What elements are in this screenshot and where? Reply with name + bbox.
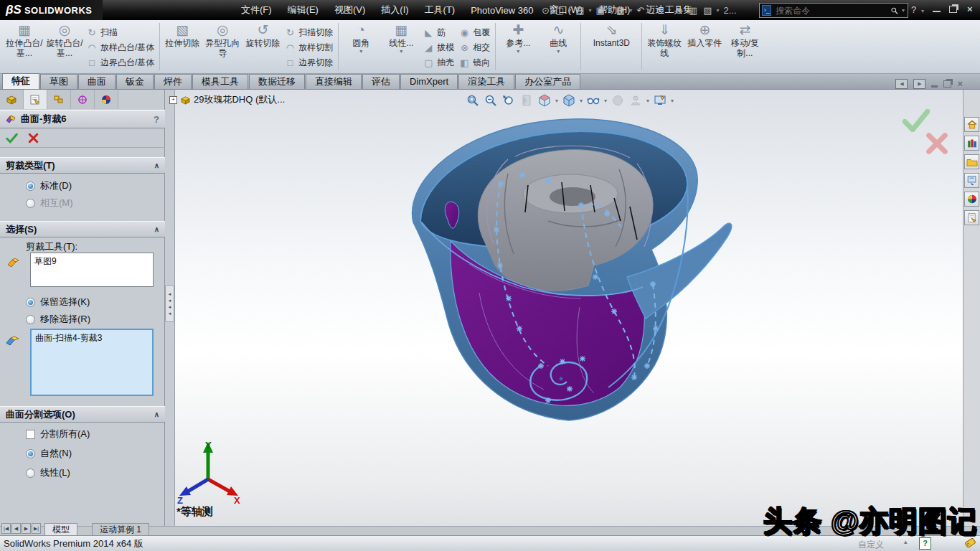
viewport-cancel-button[interactable]: [925, 132, 948, 155]
tab-sheet-metal[interactable]: 钣金: [116, 74, 154, 89]
ribbon-mirror-button[interactable]: ◧ 镜向: [458, 56, 490, 69]
hide-show-caret-icon[interactable]: ▾: [604, 98, 607, 104]
search-icon[interactable]: [891, 6, 898, 15]
ribbon-boundary-cut-button[interactable]: □ 边界切除: [284, 56, 333, 69]
tab-dimxpert-manager[interactable]: [71, 90, 95, 109]
ribbon-sweep-cut-button[interactable]: ↻ 扫描切除: [284, 26, 333, 39]
save-caret-icon[interactable]: ▾: [608, 7, 613, 14]
doc-close-button[interactable]: ×: [957, 78, 963, 89]
option-standard[interactable]: 标准(D): [26, 179, 72, 192]
help-icon[interactable]: ?: [911, 4, 916, 15]
apply-scene-icon[interactable]: [628, 93, 644, 108]
select-caret-icon[interactable]: ▾: [667, 7, 672, 14]
appearances-scenes-button[interactable]: [964, 192, 979, 207]
motion-study-tab[interactable]: 运动算例 1: [92, 523, 149, 536]
new-file-caret-icon[interactable]: ▾: [567, 7, 572, 14]
viewport-confirm-button[interactable]: [903, 109, 930, 132]
option-keep-selection[interactable]: 保留选择(K): [26, 296, 90, 309]
more-commands-badge[interactable]: 2...: [722, 5, 739, 16]
doc-restore-button[interactable]: [943, 80, 951, 88]
flyout-feature-tree[interactable]: + 29玫瑰花DHQ (默认...: [169, 93, 285, 106]
zoom-to-area-icon[interactable]: [483, 93, 499, 108]
zoom-to-fit-icon[interactable]: [465, 93, 481, 108]
tab-render-tools[interactable]: 渲染工具: [458, 74, 514, 89]
options-caret-icon[interactable]: ▾: [716, 7, 720, 14]
new-file-icon[interactable]: ▢: [553, 5, 566, 16]
ribbon-loft-cut-button[interactable]: ◠ 放样切割: [284, 41, 333, 54]
scroll-first-tab-button[interactable]: |◀: [1, 523, 11, 534]
tab-data-migration[interactable]: 数据迁移: [249, 74, 305, 89]
undo-caret-icon[interactable]: ▾: [648, 7, 652, 14]
apply-scene-caret-icon[interactable]: ▾: [646, 98, 649, 104]
ok-button[interactable]: [6, 133, 18, 143]
radio-keep-selection[interactable]: [26, 298, 35, 307]
view-settings-caret-icon[interactable]: ▾: [671, 98, 674, 104]
save-icon[interactable]: ▣: [594, 5, 607, 16]
tab-evaluate[interactable]: 评估: [362, 74, 400, 89]
ribbon-extrude-boss-button[interactable]: ▦ 拉伸凸台/基...: [4, 20, 44, 73]
radio-linear[interactable]: [26, 468, 35, 478]
hide-show-items-icon[interactable]: [585, 93, 601, 108]
window-minimize-button[interactable]: [933, 11, 941, 12]
reference-caret-icon[interactable]: ▾: [517, 48, 519, 55]
linear-pattern-caret-icon[interactable]: ▾: [400, 48, 402, 55]
view-orientation-icon[interactable]: [537, 93, 552, 108]
collapse-left-pane-icon[interactable]: ◀: [895, 79, 908, 89]
tab-direct-editing[interactable]: 直接编辑: [306, 74, 362, 89]
ribbon-wrap-button[interactable]: ◉ 包覆: [458, 26, 490, 39]
option-mutual[interactable]: 相互(M): [26, 197, 73, 209]
display-style-caret-icon[interactable]: ▾: [580, 98, 583, 104]
radio-natural[interactable]: [26, 449, 35, 458]
ribbon-shell-button[interactable]: ▢ 抽壳: [423, 56, 454, 69]
option-remove-selection[interactable]: 移除选择(R): [26, 313, 90, 326]
ribbon-extrude-cut-button[interactable]: ▧ 拉伸切除: [162, 20, 202, 73]
panel-help-icon[interactable]: ?: [154, 114, 159, 125]
chevron-up-icon[interactable]: ∧: [154, 161, 159, 169]
print-caret-icon[interactable]: ▾: [628, 7, 633, 14]
option-natural[interactable]: 自然(N): [26, 447, 72, 460]
command-search-box[interactable]: ›_ ▾: [759, 3, 908, 18]
tab-dimxpert[interactable]: DimXpert: [400, 74, 458, 89]
group-selection-header[interactable]: 选择(S) ∧: [0, 221, 165, 237]
fillet-caret-icon[interactable]: ▾: [359, 48, 362, 55]
ribbon-insert-part-button[interactable]: ⊕ 插入零件: [684, 20, 725, 73]
option-linear[interactable]: 线性(L): [26, 466, 70, 479]
radio-mutual[interactable]: [26, 199, 35, 208]
pin-menu-icon[interactable]: ⊙: [540, 5, 552, 16]
checkbox-split-all[interactable]: [26, 430, 35, 439]
menu-file[interactable]: 文件(F): [233, 4, 280, 17]
attach-icon[interactable]: ⊕: [673, 5, 685, 16]
tab-property-manager[interactable]: [24, 90, 47, 109]
tab-sketch[interactable]: 草图: [40, 74, 77, 89]
tab-features[interactable]: 特征: [2, 73, 39, 89]
tab-feature-tree[interactable]: [0, 90, 24, 109]
group-split-options-header[interactable]: 曲面分割选项(O) ∧: [0, 406, 165, 423]
menu-tools[interactable]: 工具(T): [417, 4, 463, 17]
option-split-all[interactable]: 分割所有(A): [26, 428, 90, 441]
ribbon-curves-button[interactable]: ∿ 曲线 ▾: [538, 20, 578, 73]
group-trim-type-header[interactable]: 剪裁类型(T) ∧: [0, 157, 165, 174]
window-close-button[interactable]: ×: [967, 4, 973, 14]
ribbon-boundary-button[interactable]: □ 边界凸台/基体: [86, 56, 154, 69]
tab-mold-tools[interactable]: 模具工具: [192, 74, 248, 89]
ribbon-intersect-button[interactable]: ⊗ 相交: [458, 41, 490, 54]
trim-tool-selection-box[interactable]: 草图9: [30, 253, 154, 287]
panel-collapse-handle[interactable]: ◂ ◂ ◂ ◂: [165, 285, 174, 322]
undo-icon[interactable]: ↶: [634, 5, 646, 16]
help-caret-icon[interactable]: ▾: [920, 8, 925, 14]
model-tab[interactable]: 模型: [44, 523, 77, 536]
rose-3d-model[interactable]: [400, 113, 748, 438]
view-palette-button[interactable]: [964, 173, 979, 188]
chevron-up-icon[interactable]: ∧: [154, 410, 159, 418]
menu-photoview360[interactable]: PhotoView 360: [463, 5, 541, 16]
window-restore-button[interactable]: [949, 6, 957, 13]
collapse-right-pane-icon[interactable]: ▶: [913, 79, 925, 89]
ribbon-loft-button[interactable]: ◠ 放样凸台/基体: [86, 41, 154, 54]
ribbon-rib-button[interactable]: ◣ 筋: [423, 26, 454, 39]
ribbon-revolve-cut-button[interactable]: ↺ 旋转切除: [242, 20, 283, 73]
print-icon[interactable]: ▦: [614, 5, 627, 16]
cancel-button[interactable]: [28, 133, 39, 143]
edit-appearance-icon[interactable]: [610, 93, 626, 108]
ribbon-sweep-button[interactable]: ↻ 扫描: [86, 26, 154, 39]
ribbon-instant3d-button[interactable]: ⇘ Instant3D: [583, 20, 639, 73]
